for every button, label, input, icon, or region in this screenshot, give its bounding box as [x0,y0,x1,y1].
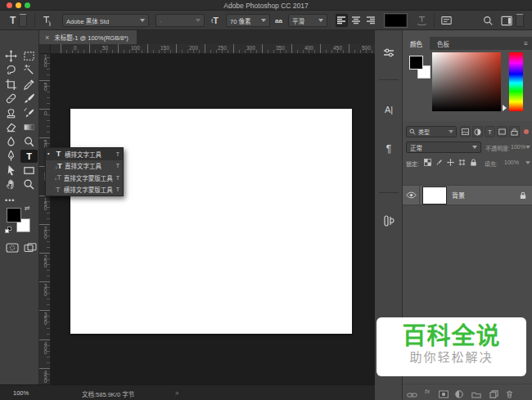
layer-filter-type-select[interactable]: 类型 [406,126,457,137]
eyedropper-tool[interactable] [20,78,38,91]
lock-position-icon[interactable] [445,157,456,168]
delete-layer-icon[interactable] [506,387,513,400]
chevron-down-icon [318,19,323,22]
align-left-button[interactable] [336,14,348,27]
layer-row-background[interactable]: 背景 [403,185,532,205]
type-tool-selected[interactable]: T [20,150,38,163]
new-layer-icon[interactable] [489,387,498,400]
font-style-select[interactable]: - [156,14,205,27]
align-center-button[interactable] [350,14,363,27]
chevron-down-icon [140,19,145,22]
filter-adjustment-layers-icon[interactable] [472,126,483,137]
default-colors-icon[interactable] [5,227,12,234]
pen-tool[interactable] [2,150,20,163]
history-brush-tool[interactable] [20,106,38,119]
path-selection-tool[interactable] [2,164,20,177]
blend-mode-select[interactable]: 正常 [406,142,481,153]
status-options-chevron[interactable]: > [175,389,178,397]
glyphs-panel-icon[interactable] [375,207,403,235]
screen-mode-button[interactable] [24,241,37,256]
filter-shape-layers-icon[interactable] [497,126,507,137]
eye-icon [406,191,417,199]
hue-slider[interactable] [509,52,523,111]
document-tab[interactable]: × 未标题-1 @ 100%(RGB/8*) [39,30,137,44]
foreground-color-swatch[interactable] [7,208,21,222]
clone-stamp-tool[interactable] [2,106,20,119]
character-panel-icon[interactable]: A| [375,96,403,124]
menu-item-vertical-type-mask[interactable]: ↓T 直排文字蒙版工具 T [46,172,123,184]
layer-style-icon[interactable]: fx [425,388,430,395]
canvas[interactable] [70,109,352,334]
anti-alias-select[interactable]: 平滑 [288,14,327,27]
marquee-tool[interactable] [20,49,38,62]
workspace-switcher[interactable] [501,14,524,27]
brush-tool[interactable] [20,92,38,106]
menu-item-horizontal-type-mask[interactable]: T 横排文字蒙版工具 T [46,184,123,196]
filter-type-layers-icon[interactable]: T [485,126,495,137]
zoom-tool[interactable] [20,178,38,191]
lock-artboard-icon[interactable] [457,157,467,168]
ruler-label: 50 [102,45,108,51]
filter-smart-objects-icon[interactable] [509,126,520,137]
ruler-label: 450 [333,45,342,51]
eraser-tool[interactable] [2,121,20,134]
toggle-panels-button[interactable] [440,14,453,27]
menu-item-vertical-type[interactable]: ↓T 直排文字工具 T [46,160,123,173]
layer-name: 背景 [452,191,520,200]
fill-value[interactable]: 100% [504,160,519,165]
opacity-value[interactable]: 100% [511,144,525,150]
layer-thumbnail[interactable] [423,187,446,204]
new-group-icon[interactable] [471,387,481,400]
horizontal-type-mask-icon: T [52,186,64,194]
search-icon[interactable] [483,14,494,27]
tab-swatches[interactable]: 色板 [430,37,457,50]
text-orientation-button[interactable] [41,14,53,27]
tab-color[interactable]: 颜色 [403,37,430,50]
tools-panel: T ••• ⇄ [0,30,39,384]
lock-transparency-icon[interactable] [422,157,433,168]
vertical-ruler[interactable]: 100 50 0 50 100 150 200 250 300 350 400 … [39,54,51,384]
magic-wand-tool[interactable] [20,64,38,77]
blur-tool[interactable] [2,135,20,148]
panel-menu-icon[interactable]: ≡ [524,40,528,47]
warp-text-button[interactable] [416,14,428,27]
align-right-button[interactable] [365,14,377,27]
lock-pixels-icon[interactable] [434,157,444,168]
text-color-swatch[interactable] [385,14,407,27]
paragraph-panel-icon[interactable]: ¶ [375,135,403,163]
menu-item-shortcut: T [116,175,119,181]
filter-pixel-layers-icon[interactable] [460,126,471,137]
black-corner-marker [433,106,438,110]
edit-toolbar-ellipsis[interactable]: ••• [5,196,15,204]
layer-visibility-toggle[interactable] [403,185,420,205]
gradient-tool[interactable] [20,121,38,134]
chevron-down-icon [19,14,27,27]
lasso-tool[interactable] [2,64,20,77]
tool-preset-picker[interactable]: T [10,14,27,27]
close-tab-icon[interactable]: × [45,34,49,42]
shape-tool[interactable] [20,164,38,177]
move-tool[interactable] [2,49,20,62]
hand-tool[interactable] [2,178,20,191]
layer-filter-toggle[interactable] [524,129,529,134]
foreground-color-well[interactable] [409,56,423,70]
color-panel-body [403,52,532,123]
blend-mode-row: 正常 不透明度: 100% [403,142,532,153]
font-size-select[interactable]: 70 像素 [226,14,270,27]
saturation-brightness-field[interactable] [432,52,501,111]
link-layers-icon[interactable] [407,387,417,400]
properties-panel-icon[interactable] [375,39,403,67]
pasteboard[interactable] [51,54,375,384]
swap-colors-icon[interactable]: ⇄ [25,204,30,212]
font-family-select[interactable]: Adobe 黑体 Std [62,14,149,27]
crop-tool[interactable] [2,78,20,91]
menu-item-horizontal-type[interactable]: • T 横排文字工具 T [46,148,123,160]
lock-all-icon[interactable] [468,157,479,168]
zoom-level-field[interactable]: 100% [13,389,29,397]
healing-brush-tool[interactable] [2,92,20,106]
quick-mask-button[interactable] [6,241,19,256]
horizontal-ruler[interactable]: 0 50 100 150 200 250 300 350 400 450 500 [51,44,375,54]
layer-mask-icon[interactable] [439,387,449,400]
adjustment-layer-icon[interactable] [455,387,463,400]
dodge-tool[interactable] [20,135,38,148]
